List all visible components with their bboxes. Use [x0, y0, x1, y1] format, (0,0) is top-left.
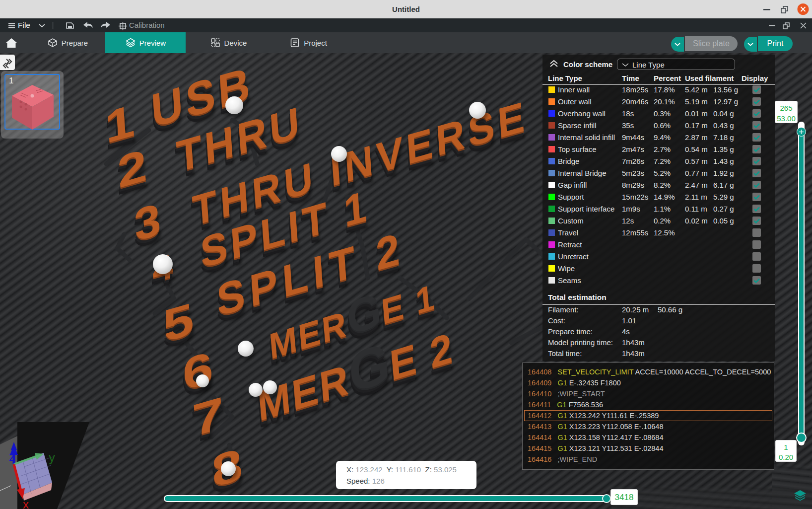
svg-text:File: File [18, 21, 30, 29]
svg-text:z: z [9, 450, 15, 463]
svg-text:x: x [23, 498, 29, 509]
svg-text:y: y [49, 450, 55, 465]
svg-text:Calibration: Calibration [129, 21, 165, 29]
